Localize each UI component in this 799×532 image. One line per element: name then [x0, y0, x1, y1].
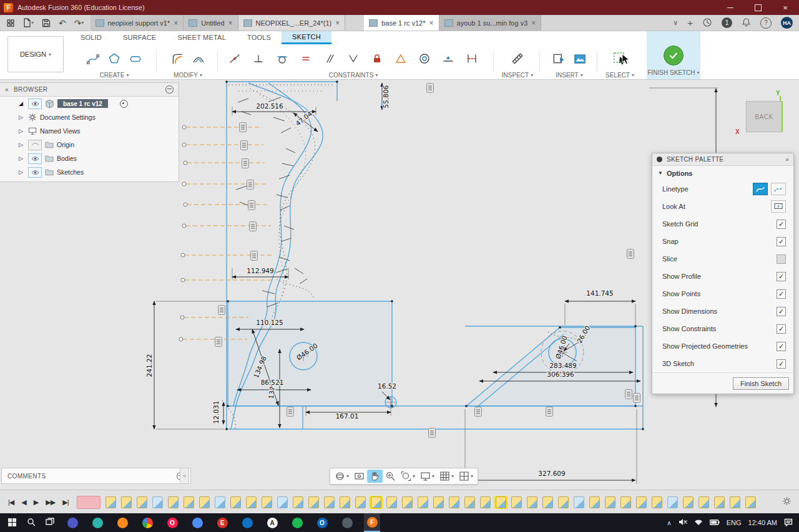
dimension-label[interactable]: 137: [267, 386, 276, 399]
timeline-skip-start-button[interactable]: |◀: [5, 498, 17, 506]
minimize-button[interactable]: [717, 0, 744, 15]
dimension-label[interactable]: 141.745: [586, 289, 613, 297]
timeline-feature-icon[interactable]: [542, 496, 553, 508]
expand-arrow-icon[interactable]: ▷: [19, 155, 25, 162]
constraint-coincident-icon[interactable]: [223, 49, 246, 69]
visibility-eye-icon[interactable]: [28, 153, 42, 164]
checkbox-show-points[interactable]: ✓: [777, 289, 786, 299]
tab-solid[interactable]: SOLID: [70, 31, 112, 44]
activate-component-radio[interactable]: [120, 100, 128, 108]
timeline-feature-icon[interactable]: [355, 496, 366, 508]
visibility-eye-icon[interactable]: [28, 140, 42, 150]
timeline-feature-icon[interactable]: [340, 496, 350, 508]
notification-count-badge[interactable]: 1: [722, 17, 732, 28]
comments-expand-handle[interactable]: »: [180, 468, 189, 484]
constraint-parallel-icon[interactable]: [318, 49, 341, 69]
timeline-feature-icon[interactable]: [371, 496, 381, 508]
redo-icon[interactable]: ↷▾: [74, 18, 84, 28]
constraint-conic-icon[interactable]: [390, 49, 412, 69]
timeline-play-button[interactable]: ▶: [31, 498, 41, 506]
browser-item-sketches[interactable]: ▷ Sketches: [0, 165, 179, 179]
tab-close-icon[interactable]: ×: [335, 19, 340, 27]
browser-item-origin[interactable]: ▷ Origin: [0, 138, 179, 152]
task-view-icon[interactable]: [46, 518, 54, 528]
timeline-feature-icon[interactable]: [730, 496, 740, 508]
timeline-feature-icon[interactable]: [386, 496, 397, 508]
checkbox-3d-sketch[interactable]: ✓: [777, 359, 786, 369]
close-button[interactable]: ×: [772, 0, 799, 15]
checkbox-show-constraints[interactable]: ✓: [777, 324, 786, 334]
orbit-tool[interactable]: ▾: [332, 470, 351, 483]
linetype-normal-button[interactable]: [753, 183, 768, 195]
view-cube[interactable]: Y BACK X: [740, 91, 796, 138]
timeline-feature-icon[interactable]: [105, 496, 116, 508]
document-tab-neopixel-support[interactable]: neopixel support v1* ×: [91, 15, 184, 31]
search-icon[interactable]: [27, 518, 36, 528]
document-tab-ayoub[interactable]: ayoub 1 su...min fog v3 ×: [439, 15, 542, 31]
timeline-feature-icon[interactable]: [480, 496, 491, 508]
timeline-feature-icon[interactable]: [464, 496, 475, 508]
browser-header[interactable]: « BROWSER: [0, 83, 179, 97]
timeline-feature-icon[interactable]: [152, 496, 163, 508]
timeline-feature-icon[interactable]: [745, 496, 756, 508]
timeline-feature-icon[interactable]: [246, 496, 257, 508]
dimension-labels[interactable]: 202.51647.0455.806112.949241.22110.125Ø4…: [145, 85, 614, 477]
tab-surface[interactable]: SURFACE: [112, 31, 167, 44]
view-cube-face[interactable]: BACK: [746, 101, 783, 132]
measure-tool-icon[interactable]: [507, 48, 527, 69]
taskbar-app-teams[interactable]: [64, 514, 81, 531]
timeline-feature-icon[interactable]: [699, 496, 709, 508]
dimension-label[interactable]: 241.22: [145, 354, 153, 377]
help-icon[interactable]: ?: [760, 17, 772, 29]
finish-sketch-palette-button[interactable]: Finish Sketch: [733, 377, 789, 390]
dimension-label[interactable]: 110.125: [256, 319, 283, 326]
language-indicator[interactable]: ENG: [727, 519, 742, 526]
tab-list-chevron-icon[interactable]: ∨: [673, 19, 678, 27]
look-at-tool[interactable]: [351, 470, 367, 483]
document-tab-untitled[interactable]: Untitled ×: [184, 15, 238, 31]
spline-tool-icon[interactable]: [83, 48, 103, 69]
user-avatar[interactable]: HA: [781, 17, 793, 29]
tab-sheet-metal[interactable]: SHEET METAL: [167, 31, 237, 44]
browser-root-row[interactable]: ◢ base 1 rc v12: [0, 97, 179, 110]
dimension-label[interactable]: 12.031: [212, 401, 220, 424]
dimension-label[interactable]: 306.396: [547, 370, 574, 378]
visibility-eye-icon[interactable]: [28, 99, 42, 109]
timeline-feature-icon[interactable]: [184, 496, 194, 508]
tab-close-icon[interactable]: ×: [429, 19, 434, 27]
browser-item-document-settings[interactable]: ▷ Document Settings: [0, 110, 179, 124]
constraint-concentric-icon[interactable]: [413, 49, 436, 69]
finish-sketch-button[interactable]: FINISH SKETCH▾: [647, 31, 700, 79]
timeline-feature-icon[interactable]: [402, 496, 413, 508]
visibility-eye-icon[interactable]: [28, 167, 42, 178]
fit-tool[interactable]: ▾: [398, 470, 418, 483]
browser-item-bodies[interactable]: ▷ Bodies: [0, 152, 179, 165]
taskbar-app-outlook[interactable]: O: [314, 514, 330, 531]
linetype-construction-button[interactable]: [771, 183, 786, 195]
taskbar-app-firefox[interactable]: [114, 514, 130, 531]
timeline-feature-icon[interactable]: [262, 496, 272, 508]
dimension-label[interactable]: 16.52: [378, 382, 396, 390]
workspace-selector[interactable]: DESIGN ▾: [7, 36, 64, 72]
checkbox-show-profile[interactable]: ✓: [777, 272, 786, 281]
taskbar-app-edge[interactable]: [89, 514, 105, 531]
new-tab-button[interactable]: +: [687, 17, 693, 28]
timeline-feature-icon[interactable]: [683, 496, 694, 508]
timeline-feature-icon[interactable]: [574, 496, 584, 508]
look-at-button[interactable]: [771, 200, 786, 213]
taskbar-app-notes-a[interactable]: A: [264, 514, 280, 531]
timeline-feature-icon[interactable]: [230, 496, 241, 508]
timeline-feature-icon[interactable]: [558, 496, 569, 508]
timeline-feature-icon[interactable]: [324, 496, 335, 508]
checkbox-show-projected-geometries[interactable]: ✓: [777, 342, 786, 351]
expand-panel-icon[interactable]: »: [785, 156, 789, 163]
constraint-fix-lock-icon[interactable]: [366, 49, 388, 69]
comments-panel[interactable]: COMMENTS: [1, 468, 191, 484]
grid-and-snaps-tool[interactable]: ▾: [437, 470, 456, 483]
taskbar-app-spotify[interactable]: [289, 514, 305, 531]
file-menu-icon[interactable]: ▾: [23, 18, 34, 27]
timeline-fast-forward-button[interactable]: ▶▶: [42, 498, 58, 506]
palette-header[interactable]: SKETCH PALETTE »: [652, 153, 793, 166]
timeline-feature-icon[interactable]: [168, 496, 179, 508]
timeline-feature-icon[interactable]: [418, 496, 428, 508]
